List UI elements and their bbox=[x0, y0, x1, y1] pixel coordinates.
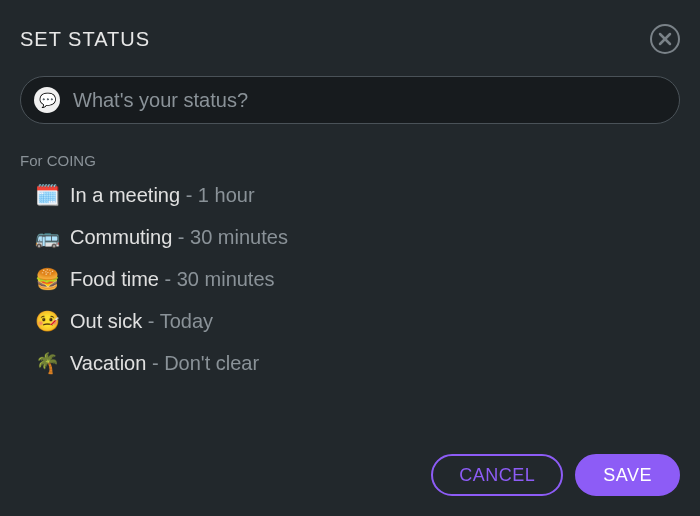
calendar-icon: 🗓️ bbox=[34, 183, 60, 207]
speech-bubble-icon[interactable] bbox=[34, 87, 60, 113]
option-label: In a meeting bbox=[70, 184, 180, 206]
status-input-wrap bbox=[20, 76, 680, 124]
bus-icon: 🚌 bbox=[34, 225, 60, 249]
save-button[interactable]: SAVE bbox=[575, 454, 680, 496]
option-duration: Today bbox=[160, 310, 213, 332]
scope-label: For COING bbox=[20, 152, 680, 169]
status-input[interactable] bbox=[20, 76, 680, 124]
option-label: Food time bbox=[70, 268, 159, 290]
set-status-modal: SET STATUS For COING 🗓️ In a meeting - 1… bbox=[0, 0, 700, 516]
option-duration: Don't clear bbox=[164, 352, 259, 374]
option-label: Out sick bbox=[70, 310, 142, 332]
option-duration: 30 minutes bbox=[177, 268, 275, 290]
close-button[interactable] bbox=[650, 24, 680, 54]
status-option-vacation[interactable]: 🌴 Vacation - Don't clear bbox=[34, 351, 680, 375]
modal-title: SET STATUS bbox=[20, 28, 150, 51]
status-option-meeting[interactable]: 🗓️ In a meeting - 1 hour bbox=[34, 183, 680, 207]
status-option-food[interactable]: 🍔 Food time - 30 minutes bbox=[34, 267, 680, 291]
cancel-button[interactable]: CANCEL bbox=[431, 454, 563, 496]
status-option-commuting[interactable]: 🚌 Commuting - 30 minutes bbox=[34, 225, 680, 249]
sick-face-icon: 🤒 bbox=[34, 309, 60, 333]
status-option-sick[interactable]: 🤒 Out sick - Today bbox=[34, 309, 680, 333]
option-label: Commuting bbox=[70, 226, 172, 248]
modal-header: SET STATUS bbox=[20, 24, 680, 54]
burger-icon: 🍔 bbox=[34, 267, 60, 291]
option-duration: 30 minutes bbox=[190, 226, 288, 248]
option-duration: 1 hour bbox=[198, 184, 255, 206]
option-label: Vacation bbox=[70, 352, 146, 374]
status-options: 🗓️ In a meeting - 1 hour 🚌 Commuting - 3… bbox=[20, 183, 680, 375]
palm-tree-icon: 🌴 bbox=[34, 351, 60, 375]
modal-footer: CANCEL SAVE bbox=[20, 454, 680, 496]
close-icon bbox=[658, 32, 672, 46]
